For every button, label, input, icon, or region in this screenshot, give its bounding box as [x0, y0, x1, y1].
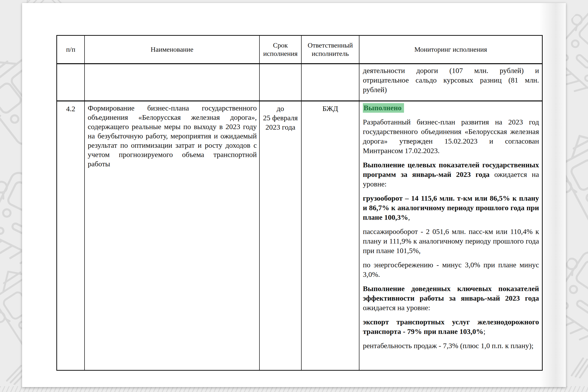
row1-executor-cell — [302, 64, 360, 102]
monitoring-paragraph: по энергосбережению - минус 3,0% при пла… — [363, 260, 539, 279]
monitoring-table: п/п Наименование Срок исполнения Ответст… — [56, 35, 543, 371]
status-badge: Выполнено — [363, 103, 404, 113]
monitoring-paragraph: грузооборот – 14 115,6 млн. т-км или 86,… — [363, 193, 539, 222]
page-edge-shadow — [539, 3, 566, 387]
header-deadline: Срок исполнения — [260, 36, 302, 64]
monitoring-paragraph: Выполнение целевых показателей государст… — [363, 160, 539, 189]
header-monitoring: Мониторинг исполнения — [360, 36, 542, 64]
document-page: п/п Наименование Срок исполнения Ответст… — [22, 3, 566, 387]
background: п/п Наименование Срок исполнения Ответст… — [0, 0, 588, 392]
monitoring-paragraph: рентабельность продаж - 7,3% (плюс 1,0 п… — [363, 341, 539, 350]
row1-deadline-cell — [260, 64, 302, 102]
hatch-doodle-icon — [566, 355, 588, 378]
row2-monitoring-cell: ВыполненоРазработанный бизнес-план разви… — [360, 102, 542, 370]
header-num: п/п — [57, 36, 85, 64]
header-name: Наименование — [85, 36, 260, 64]
row1-monitoring-cell: деятельности дороги (107 млн. рублей) и … — [360, 64, 542, 102]
row2-executor-cell: БЖД — [302, 102, 360, 370]
monitoring-paragraph: Выполнено — [363, 103, 539, 112]
monitoring-paragraph: пассажирооборот - 2 051,6 млн. пасс-км и… — [363, 226, 539, 255]
row1-name-cell — [85, 64, 260, 102]
monitoring-paragraph: Выполнение доведенных ключевых показател… — [363, 284, 539, 312]
monitoring-paragraph: Разработанный бизнес-план развития на 20… — [363, 117, 539, 155]
row2-deadline-cell: до25 февраля2023 года — [260, 102, 302, 370]
monitoring-paragraph: экспорт транспортных услуг железнодорожн… — [363, 317, 539, 336]
row1-num-cell — [57, 64, 85, 102]
row2-num-cell: 4.2 — [57, 102, 85, 370]
monitoring-paragraph: деятельности дороги (107 млн. рублей) и … — [363, 66, 539, 94]
row2-name-cell: Формирование бизнес-плана государственно… — [85, 102, 260, 370]
header-executor: Ответственный исполнитель — [302, 36, 360, 64]
